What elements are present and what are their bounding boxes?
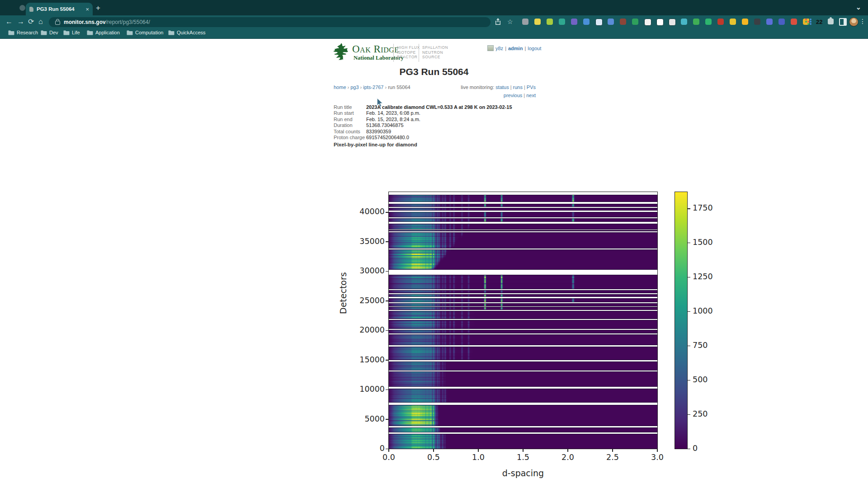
separator: |	[510, 84, 512, 90]
extension-icon[interactable]	[656, 19, 664, 26]
y-axis-label: Detectors	[338, 272, 348, 314]
folder-icon	[63, 30, 70, 35]
breadcrumb: home›pg3›ipts-2767›run 55064	[334, 84, 410, 90]
bookmarks-bar: ResearchDevLifeApplicationComputationQui…	[0, 28, 868, 39]
next-link[interactable]: next	[526, 93, 536, 98]
username-link[interactable]: y8z	[495, 46, 503, 51]
extension-icon[interactable]	[681, 19, 687, 25]
ornl-logo-text[interactable]: Oak Ridge	[352, 43, 399, 55]
chevron-down-icon[interactable]: ⌄	[856, 4, 861, 11]
y-tick-label: 15000	[357, 355, 385, 364]
y-tick-mark	[386, 389, 389, 390]
url-path: /report/pg3/55064/	[106, 19, 150, 25]
bookmark-item-research[interactable]: Research	[8, 30, 38, 35]
pager-links: previous|next	[504, 93, 536, 98]
live-link-pvs[interactable]: PVs	[527, 84, 536, 90]
x-tick-mark	[388, 449, 389, 452]
y-tick-label: 25000	[357, 296, 385, 305]
separator: |	[524, 93, 525, 98]
extension-icon[interactable]	[534, 19, 541, 25]
extensions-puzzle-icon[interactable]	[828, 19, 834, 24]
extension-icon[interactable]	[620, 19, 626, 25]
x-tick-mark	[657, 449, 658, 452]
extension-icon[interactable]	[559, 19, 565, 25]
extension-icon[interactable]	[644, 19, 651, 26]
extension-icon[interactable]	[608, 19, 614, 25]
admin-link[interactable]: admin	[508, 46, 523, 51]
extension-icon[interactable]	[522, 19, 528, 25]
bookmark-item-quickaccess[interactable]: QuickAccess	[168, 30, 206, 35]
bookmark-star-icon[interactable]: ☆	[507, 18, 513, 25]
extension-icon[interactable]	[571, 19, 577, 25]
side-panel-icon[interactable]	[839, 18, 847, 26]
bookmark-label: Research	[17, 30, 38, 35]
home-button[interactable]: ⌂	[38, 18, 43, 26]
extension-icon[interactable]	[766, 19, 773, 25]
separator: |	[524, 46, 526, 51]
back-button[interactable]: ←	[5, 18, 13, 26]
breadcrumb-link-ipts-2767[interactable]: ipts-2767	[363, 84, 383, 90]
extension-icon[interactable]	[547, 19, 553, 25]
extension-icon[interactable]	[693, 19, 699, 25]
tab-counter[interactable]: 22	[816, 19, 822, 25]
colorbar-tick-label: 1750	[693, 203, 713, 212]
x-tick-label: 0.0	[377, 453, 400, 462]
bookmark-item-computation[interactable]: Computation	[127, 30, 163, 35]
reload-button[interactable]: ⟳	[28, 18, 34, 26]
colorbar-tick-mark	[687, 311, 690, 312]
folder-icon	[87, 30, 93, 35]
live-link-status[interactable]: status	[495, 84, 509, 90]
tab-strip	[0, 0, 868, 15]
breadcrumb-link-pg3[interactable]: pg3	[350, 84, 359, 90]
bookmark-item-dev[interactable]: Dev	[41, 30, 58, 35]
address-bar[interactable]: monitor.sns.gov/report/pg3/55064/	[49, 17, 491, 27]
y-tick-mark	[386, 419, 389, 420]
bookmark-item-application[interactable]: Application	[87, 30, 120, 35]
live-monitoring-label: live monitoring:	[461, 84, 495, 90]
share-icon[interactable]	[495, 18, 501, 25]
colorbar-tick-mark	[687, 208, 690, 209]
separator: |	[524, 84, 525, 90]
apps-grid-icon[interactable]	[805, 19, 811, 25]
live-link-runs[interactable]: runs	[513, 84, 523, 90]
extension-icon[interactable]	[632, 19, 638, 25]
extension-icon[interactable]	[730, 19, 736, 25]
user-session-row: y8z | admin | logout	[487, 45, 541, 51]
bookmark-label: Computation	[135, 30, 163, 35]
extension-icon[interactable]	[669, 19, 676, 26]
lock-icon[interactable]	[55, 21, 60, 25]
meta-label: Run end	[334, 117, 353, 122]
ornl-logo-subtext[interactable]: National Laboratory	[354, 55, 404, 61]
extension-icon[interactable]	[778, 19, 785, 25]
meta-label: Duration	[334, 122, 353, 128]
meta-value: 2023A calibrate diamond CWL=0.533 A at 2…	[366, 104, 512, 110]
meta-label: Total counts	[334, 129, 360, 134]
browser-tab[interactable]: PG3 Run 55064 ×	[26, 3, 93, 15]
extension-icon[interactable]	[754, 19, 760, 25]
logout-link[interactable]: logout	[528, 46, 541, 51]
menu-kebab-icon[interactable]: ⋮	[859, 18, 866, 25]
tab-close-icon[interactable]: ×	[85, 6, 89, 13]
bookmark-item-life[interactable]: Life	[63, 30, 80, 35]
bookmark-label: Dev	[49, 30, 58, 35]
y-tick-label: 0	[357, 444, 385, 453]
folder-icon	[168, 30, 175, 35]
breadcrumb-link-home[interactable]: home	[334, 84, 346, 90]
profile-avatar[interactable]	[849, 17, 859, 27]
live-monitoring-links: live monitoring: status|runs|PVs	[461, 84, 536, 90]
extension-icon[interactable]	[595, 19, 603, 26]
x-tick-label: 2.0	[557, 453, 579, 462]
x-axis-label: d-spacing	[496, 468, 550, 478]
previous-link[interactable]: previous	[504, 93, 523, 98]
extension-icon[interactable]	[583, 19, 590, 25]
window-close-button[interactable]	[19, 5, 25, 11]
extension-icon[interactable]	[705, 19, 712, 25]
colorbar-tick-label: 1250	[693, 272, 713, 281]
meta-value: Feb. 15, 2023, 8:24 a.m.	[366, 117, 420, 122]
forward-button[interactable]: →	[17, 18, 24, 26]
y-tick-mark	[386, 300, 389, 301]
new-tab-button[interactable]: +	[96, 4, 100, 13]
extension-icon[interactable]	[791, 19, 797, 25]
extension-icon[interactable]	[717, 19, 724, 25]
extension-icon[interactable]	[742, 19, 748, 25]
